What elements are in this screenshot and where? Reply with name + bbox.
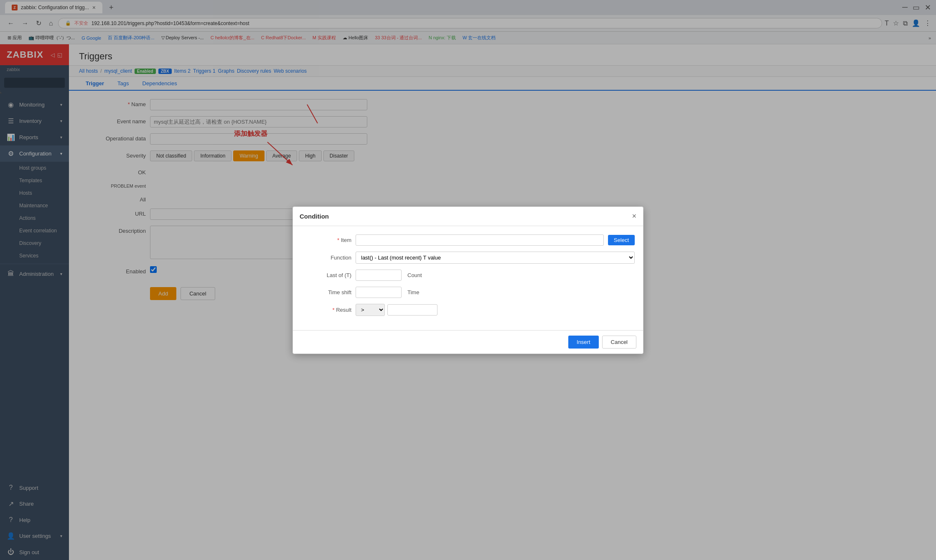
modal-row-last-of-t: Last of (T) Count xyxy=(301,270,635,281)
last-of-t-label: Last of (T) xyxy=(301,272,351,278)
modal-title: Condition xyxy=(300,213,329,220)
modal-row-function: Function last() - Last (most recent) T v… xyxy=(301,252,635,264)
time-shift-label: Time shift xyxy=(301,289,351,295)
insert-button[interactable]: Insert xyxy=(568,336,599,349)
function-select[interactable]: last() - Last (most recent) T value avg(… xyxy=(356,252,635,264)
result-value-input[interactable]: 300 xyxy=(387,304,437,316)
time-label: Time xyxy=(407,289,419,295)
modal-overlay[interactable]: Condition × Item mysql_client: check mys… xyxy=(0,0,936,560)
modal-cancel-button[interactable]: Cancel xyxy=(602,336,636,349)
modal-footer: Insert Cancel xyxy=(293,330,643,354)
time-shift-input[interactable]: now-h xyxy=(356,287,402,298)
modal-row-time-shift: Time shift now-h Time xyxy=(301,287,635,298)
modal-row-result: Result > < = >= <= <> 300 xyxy=(301,304,635,316)
select-button[interactable]: Select xyxy=(608,235,635,245)
modal-close-button[interactable]: × xyxy=(632,212,636,221)
modal-body: Item mysql_client: check mysql delay Sel… xyxy=(293,226,643,330)
last-of-t-input[interactable] xyxy=(356,270,402,281)
modal-row-item: Item mysql_client: check mysql delay Sel… xyxy=(301,234,635,246)
function-label: Function xyxy=(301,255,351,261)
item-label: Item xyxy=(301,237,351,243)
item-input[interactable]: mysql_client: check mysql delay xyxy=(356,234,604,246)
condition-modal: Condition × Item mysql_client: check mys… xyxy=(292,206,644,354)
result-operator-select[interactable]: > < = >= <= <> xyxy=(356,304,385,316)
result-label: Result xyxy=(301,307,351,313)
modal-header: Condition × xyxy=(293,207,643,226)
count-label: Count xyxy=(407,272,422,278)
result-controls: > < = >= <= <> 300 xyxy=(356,304,437,316)
